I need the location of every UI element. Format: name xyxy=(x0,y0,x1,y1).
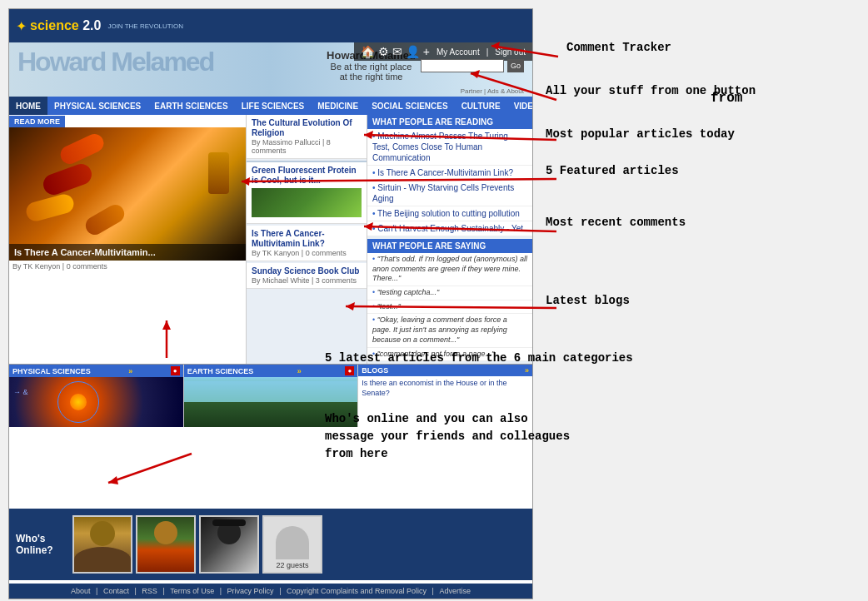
nav-bar: HOME PHYSICAL SCIENCES EARTH SCIENCES LI… xyxy=(9,97,532,115)
orbit-1 xyxy=(57,381,99,423)
avatar-guests: 22 guests xyxy=(262,515,322,574)
icons-bar: 🏠 ⚙ ✉ 👤 + xyxy=(361,45,430,58)
nav-earth[interactable]: EARTH SCIENCES xyxy=(147,97,234,115)
annotation-articles-text: 5 latest articles from the 6 main catego… xyxy=(325,350,633,367)
avatar-3-hair xyxy=(212,519,246,526)
cat-physical-image: → & xyxy=(9,377,183,427)
reading-section: WHAT PEOPLE ARE READING Machine Almost P… xyxy=(367,115,532,236)
banner-area: Howard Melamed Howard Melamed Be at the … xyxy=(9,42,532,97)
nav-video[interactable]: VIDEO xyxy=(507,97,533,115)
annotation-whoonline-text: Who's online and you can also message yo… xyxy=(325,410,575,463)
footer-copyright[interactable]: Copyright Complaints and Removal Policy xyxy=(287,587,427,595)
annotation-latest-blogs-text: Latest blogs xyxy=(546,293,630,308)
reading-item-5[interactable]: Can't Harvest Enough Sustainably - Yet xyxy=(367,221,532,236)
nav-physical[interactable]: PHYSICAL SCIENCES xyxy=(47,97,147,115)
footer-sep-3: | xyxy=(162,587,167,595)
annotation-popular-text: Most popular articles today xyxy=(546,127,735,142)
annotation-recent-comments-text: Most recent comments xyxy=(546,215,686,230)
footer-sep-2: | xyxy=(135,587,139,595)
mid-article-title-1[interactable]: The Cultural Evolution Of Religion xyxy=(252,118,362,138)
cat-earth-arrow: » xyxy=(297,367,302,375)
annotation-comment-tracker-text: Comment Tracker xyxy=(566,40,671,55)
avatar-2-face xyxy=(154,521,177,544)
user-bar: 🏠 ⚙ ✉ 👤 + My Account | Sign out xyxy=(354,42,532,61)
banner-bottom-info: Partner | Ads & About xyxy=(461,87,524,95)
logo-text: science 2.0 xyxy=(30,18,101,33)
avatar-1-body xyxy=(74,547,131,572)
cat-blogs-article[interactable]: Is there an economist in the House or in… xyxy=(358,376,532,400)
annotation-comment-tracker: Comment Tracker xyxy=(566,40,671,55)
mid-article-3: Is There A Cancer-Multivitamin Link? By … xyxy=(247,226,367,261)
footer-sep-4: | xyxy=(220,587,224,595)
saying-item-1: "That's odd. If I'm logged out (anonymou… xyxy=(367,253,532,286)
read-more-label: READ MORE xyxy=(9,116,65,127)
annotation-popular: Most popular articles today xyxy=(546,127,735,142)
my-account-link[interactable]: My Account xyxy=(436,47,480,57)
nav-social[interactable]: SOCIAL SCIENCES xyxy=(365,97,455,115)
nav-home[interactable]: HOME xyxy=(9,97,47,115)
mid-article-title-3[interactable]: Is There A Cancer-Multivitamin Link? xyxy=(252,229,362,249)
cat-physical-header[interactable]: PHYSICAL SCIENCES » ● xyxy=(9,365,183,377)
mid-article-image-2 xyxy=(252,188,362,217)
mid-article-4: Sunday Science Book Club By Michael Whit… xyxy=(247,263,367,289)
annotation-recent-comments: Most recent comments xyxy=(546,215,686,230)
reading-item-1[interactable]: Machine Almost Passes The Turing Test, C… xyxy=(367,129,532,166)
footer-rss[interactable]: RSS xyxy=(142,587,157,595)
site-logo: ✦ science 2.0 JOIN THE REVOLUTION xyxy=(16,18,183,34)
reading-item-2[interactable]: Is There A Cancer-Multivitamin Link? xyxy=(367,166,532,181)
nav-medicine[interactable]: MEDICINE xyxy=(311,97,365,115)
featured-meta: By TK Kenyon | 0 comments xyxy=(9,261,246,272)
site-header: ✦ science 2.0 JOIN THE REVOLUTION xyxy=(9,9,532,42)
whos-online-section: Who'sOnline? 22 guests xyxy=(9,509,532,580)
footer-privacy[interactable]: Privacy Policy xyxy=(227,587,274,595)
avatar-2[interactable] xyxy=(136,515,196,574)
search-input[interactable] xyxy=(421,59,504,72)
right-panel: WHAT PEOPLE ARE READING Machine Almost P… xyxy=(367,115,532,364)
cat-earth-icon: ● xyxy=(345,366,354,375)
search-button[interactable]: Go xyxy=(507,59,524,72)
cat-physical-arrow: » xyxy=(128,367,132,375)
footer-sep-6: | xyxy=(432,587,436,595)
reading-item-3[interactable]: Sirtuin - Why Starving Cells Prevents Ag… xyxy=(367,181,532,206)
guest-silhouette xyxy=(276,526,309,559)
featured-image: Is There A Cancer-Multivitamin... xyxy=(9,127,246,261)
footer-sep-5: | xyxy=(279,587,283,595)
banner-slogan-2: at the right time xyxy=(327,72,416,82)
middle-panel: The Cultural Evolution Of Religion By Ma… xyxy=(247,115,367,364)
footer-terms[interactable]: Terms of Use xyxy=(170,587,214,595)
banner-bg-text: Howard Melamed xyxy=(17,47,213,77)
whos-online-label: Who'sOnline? xyxy=(16,533,66,556)
nav-life[interactable]: LIFE SCIENCES xyxy=(235,97,312,115)
bottle-cap xyxy=(208,152,229,194)
formula-text: → & xyxy=(13,385,28,397)
mid-article-title-4[interactable]: Sunday Science Book Club xyxy=(252,266,362,276)
saying-item-2: "testing captcha..." xyxy=(367,286,532,300)
earth-sky xyxy=(184,381,358,402)
sign-out-link[interactable]: Sign out xyxy=(495,47,526,57)
main-content: READ MORE Is There A Cancer-Multivitamin… xyxy=(9,115,532,364)
footer-advertise[interactable]: Advertise xyxy=(439,587,471,595)
footer-about[interactable]: About xyxy=(71,587,91,595)
mid-article-title-2[interactable]: Green Fluorescent Protein is Cool, but i… xyxy=(252,166,362,186)
saying-section: WHAT PEOPLE ARE SAYING "That's odd. If I… xyxy=(367,239,532,361)
avatar-3[interactable] xyxy=(199,515,259,574)
screenshot-container: ✦ science 2.0 JOIN THE REVOLUTION Howard… xyxy=(8,8,533,599)
annotation-latest-blogs: Latest blogs xyxy=(546,293,630,308)
reading-item-4[interactable]: The Beijing solution to cutting pollutio… xyxy=(367,206,532,221)
saying-item-4: "Okay, leaving a comment does force a pa… xyxy=(367,314,532,347)
nav-culture[interactable]: CULTURE xyxy=(455,97,507,115)
footer-sep-1: | xyxy=(96,587,100,595)
footer-contact[interactable]: Contact xyxy=(103,587,129,595)
cat-physical: PHYSICAL SCIENCES » ● → & xyxy=(9,365,184,427)
mid-article-1: The Cultural Evolution Of Religion By Ma… xyxy=(247,115,367,159)
saying-header: WHAT PEOPLE ARE SAYING xyxy=(367,239,532,253)
mid-article-meta-4: By Michael White | 3 comments xyxy=(252,276,362,285)
site-footer: About | Contact | RSS | Terms of Use | P… xyxy=(9,584,532,599)
banner-slogan-1: Be at the right place xyxy=(327,62,416,72)
cat-earth-name: EARTH SCIENCES xyxy=(187,367,254,375)
avatar-container: 22 guests xyxy=(72,515,322,574)
saying-item-3: "test..." xyxy=(367,300,532,315)
search-bar-area: Go xyxy=(421,59,524,72)
mid-article-meta-1: By Massimo Pallucci | 8 comments xyxy=(252,138,362,155)
avatar-1[interactable] xyxy=(72,515,132,574)
